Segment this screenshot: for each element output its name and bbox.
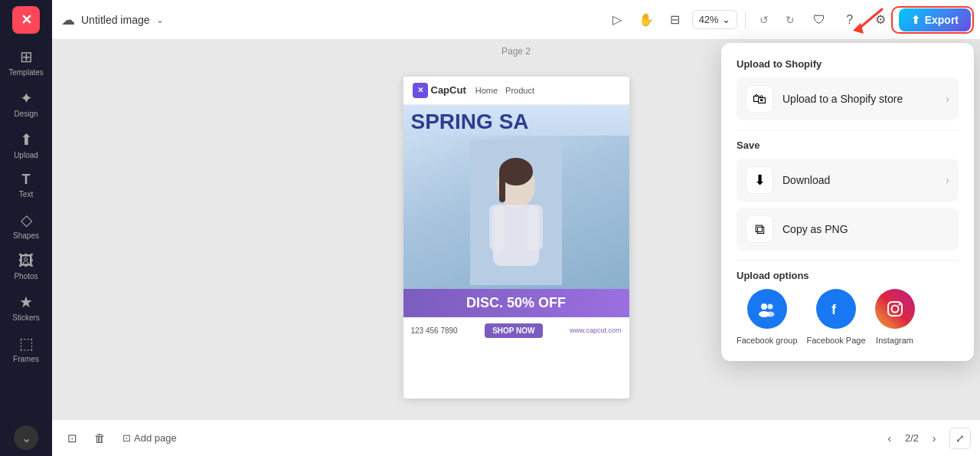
- svg-point-10: [767, 304, 773, 310]
- copy-png-item[interactable]: ⧉ Copy as PNG: [737, 208, 959, 251]
- zoom-control[interactable]: 42% ⌄: [692, 10, 737, 29]
- sidebar-item-photos[interactable]: 🖼 Photos: [4, 248, 48, 285]
- page-navigation: ‹ 2/2 ›: [880, 429, 943, 448]
- card-footer: 123 456 7890 SHOP NOW www.capcut.com: [403, 317, 629, 344]
- cloud-icon: ☁: [61, 11, 75, 28]
- copy-png-label: Copy as PNG: [782, 223, 949, 235]
- stickers-icon: ★: [19, 293, 33, 311]
- select-tool-button[interactable]: ▷: [605, 8, 629, 32]
- spring-banner: SPRING SA: [403, 105, 629, 136]
- capcut-x-icon: ✕: [413, 83, 428, 98]
- canvas-content: ✕ CapCut Home Product SPRING SA: [403, 77, 629, 399]
- logo-symbol: ✕: [21, 11, 32, 28]
- sidebar-item-templates[interactable]: ⊞ Templates: [4, 43, 48, 81]
- next-page-button[interactable]: ›: [925, 429, 943, 448]
- facebook-group-option[interactable]: Facebook group: [737, 289, 798, 346]
- upload-options-grid: Facebook group f Facebook Page Instagram: [737, 289, 959, 346]
- facebook-page-label: Facebook Page: [807, 335, 866, 346]
- svg-rect-8: [499, 172, 505, 202]
- facebook-page-option[interactable]: f Facebook Page: [807, 289, 866, 346]
- sidebar-item-frames[interactable]: ⬚ Frames: [4, 330, 48, 368]
- title-chevron-icon[interactable]: ⌄: [156, 15, 164, 25]
- sidebar-item-label: Design: [14, 110, 38, 118]
- shopify-item-label: Upload to a Shopify store: [782, 93, 936, 105]
- design-icon: ✦: [20, 89, 33, 107]
- shield-icon-button[interactable]: 🛡: [807, 8, 831, 32]
- help-icon-button[interactable]: ?: [838, 8, 862, 32]
- upload-shopify-item[interactable]: 🛍 Upload to a Shopify store ›: [737, 77, 959, 120]
- app-logo[interactable]: ✕: [12, 6, 40, 34]
- page-label: Page 2: [501, 46, 531, 57]
- model-image: [403, 136, 629, 289]
- layout-tool-button[interactable]: ⊟: [663, 8, 688, 32]
- nav-product: Product: [505, 86, 534, 95]
- settings-icon-button[interactable]: ⚙: [868, 8, 893, 32]
- save-frame-button[interactable]: ⊡: [61, 428, 83, 449]
- sidebar-item-shapes[interactable]: ◇ Shapes: [4, 206, 48, 244]
- shopify-section-title: Upload to Shopify: [737, 58, 959, 70]
- sidebar-item-label: Upload: [14, 151, 38, 159]
- sidebar-item-stickers[interactable]: ★ Stickers: [4, 288, 48, 326]
- shapes-icon: ◇: [21, 211, 32, 229]
- brand-name: CapCut: [431, 84, 466, 96]
- upload-icon: ⬆: [20, 130, 33, 149]
- svg-rect-5: [489, 205, 505, 251]
- facebook-group-icon: [747, 289, 787, 329]
- download-icon: ⬇: [746, 166, 773, 194]
- topbar: ☁ Untitled image ⌄ ▷ ✋ ⊟ 42% ⌄ ↺ ↻ 🛡 ? ⚙…: [52, 0, 980, 40]
- sidebar-item-label: Stickers: [12, 313, 40, 322]
- spring-title: SPRING SA: [411, 111, 622, 133]
- download-item[interactable]: ⬇ Download ›: [737, 159, 959, 202]
- sidebar-item-upload[interactable]: ⬆ Upload: [4, 126, 48, 164]
- svg-point-15: [891, 306, 898, 313]
- website-text: www.capcut.com: [570, 326, 622, 334]
- templates-icon: ⊞: [20, 48, 33, 66]
- instagram-option[interactable]: Instagram: [875, 289, 915, 346]
- sidebar-item-label: Templates: [8, 68, 44, 77]
- save-section-title: Save: [737, 139, 959, 151]
- bottombar: ⊡ 🗑 ⊡ Add page ‹ 2/2 › ⤢: [52, 419, 980, 456]
- shop-now-button[interactable]: SHOP NOW: [485, 323, 542, 338]
- expand-button[interactable]: ⤢: [949, 428, 971, 449]
- sidebar: ✕ ⊞ Templates ✦ Design ⬆ Upload T Text ◇…: [0, 0, 52, 456]
- delete-button[interactable]: 🗑: [89, 428, 110, 449]
- svg-point-12: [766, 312, 774, 317]
- card-header: ✕ CapCut Home Product: [403, 77, 629, 105]
- add-page-icon: ⊡: [122, 432, 131, 444]
- copy-png-icon: ⧉: [746, 215, 773, 243]
- sidebar-bottom-btn[interactable]: ⌄: [14, 425, 38, 450]
- prev-page-button[interactable]: ‹: [880, 429, 899, 448]
- svg-point-9: [761, 303, 767, 310]
- instagram-label: Instagram: [876, 335, 913, 346]
- zoom-level: 42%: [699, 14, 719, 25]
- toolbar-tools: ▷ ✋ ⊟ 42% ⌄ ↺ ↻: [605, 8, 801, 32]
- document-title[interactable]: Untitled image: [81, 14, 150, 26]
- dropdown-divider-1: [737, 130, 959, 130]
- dropdown-divider-2: [737, 260, 959, 261]
- export-button[interactable]: ⬆ Export: [899, 8, 971, 31]
- frames-icon: ⬚: [19, 334, 34, 353]
- hand-tool-button[interactable]: ✋: [634, 8, 658, 32]
- svg-rect-6: [528, 205, 543, 251]
- photos-icon: 🖼: [18, 252, 34, 270]
- card-nav: Home Product: [475, 86, 534, 95]
- nav-home: Home: [475, 86, 498, 95]
- topbar-right-actions: 🛡 ? ⚙ ⬆ Export: [807, 8, 971, 32]
- sidebar-item-label: Text: [19, 190, 33, 198]
- svg-point-16: [898, 303, 900, 306]
- discount-text: DISC. 50% OFF: [466, 295, 566, 310]
- instagram-icon: [875, 289, 915, 329]
- sidebar-item-text[interactable]: T Text: [4, 167, 48, 203]
- sidebar-item-design[interactable]: ✦ Design: [4, 84, 48, 123]
- add-page-button[interactable]: ⊡ Add page: [116, 429, 183, 447]
- sidebar-item-label: Shapes: [13, 231, 39, 240]
- download-arrow-icon: ›: [946, 174, 949, 186]
- export-icon: ⬆: [911, 14, 920, 26]
- capcut-logo: ✕ CapCut: [413, 83, 466, 98]
- download-label: Download: [782, 174, 936, 186]
- undo-button[interactable]: ↺: [753, 9, 775, 31]
- shopify-icon: 🛍: [746, 85, 773, 113]
- phone-text: 123 456 7890: [411, 326, 458, 335]
- page-indicator: 2/2: [905, 432, 919, 444]
- redo-button[interactable]: ↻: [779, 9, 801, 31]
